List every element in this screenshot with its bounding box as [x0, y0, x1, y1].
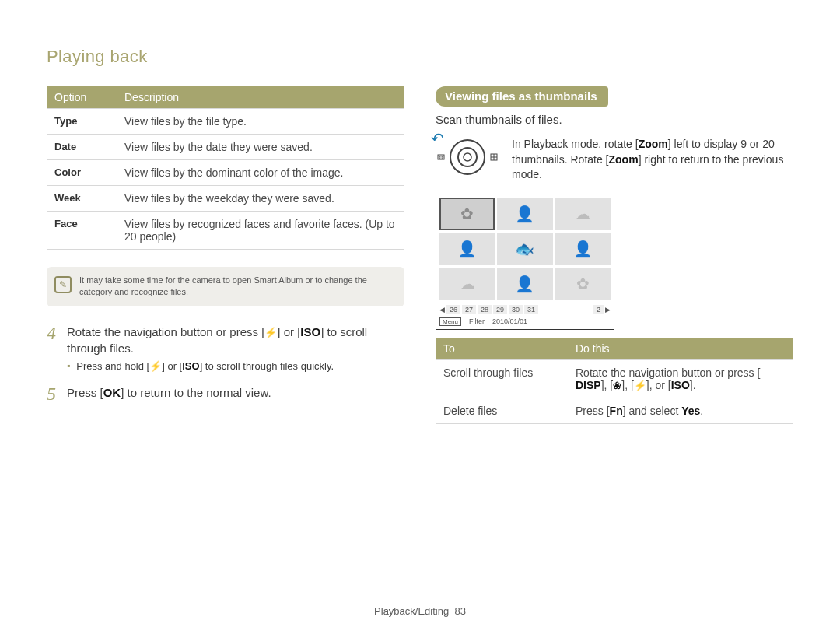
- disp-key: DISP: [576, 379, 601, 391]
- step-text: ] to return to the normal view.: [121, 386, 271, 399]
- do-text: ] and select: [623, 405, 682, 417]
- chevron-left-icon: ◀: [439, 306, 445, 313]
- chevron-right-icon: ▶: [605, 306, 611, 313]
- footer-page: 83: [454, 605, 465, 617]
- thumbnail: ☁: [555, 198, 611, 230]
- do-text: ], [: [601, 379, 614, 391]
- section-pill: Viewing files as thumbnails: [436, 86, 608, 107]
- do-text: ].: [690, 379, 696, 391]
- option-cell: Type: [47, 109, 117, 135]
- action-table: To Do this Scroll through files Rotate t…: [436, 338, 793, 424]
- do-text: ], [: [621, 379, 634, 391]
- thumbnail: 👤: [439, 233, 495, 265]
- svg-point-1: [458, 148, 477, 166]
- step-5: 5 Press [OK] to return to the normal vie…: [47, 384, 404, 403]
- filmstrip-cell: 2: [593, 305, 604, 314]
- substep-text: ] to scroll through files quickly.: [200, 360, 334, 372]
- thumbnail: ☁: [439, 268, 495, 300]
- do-text: Press [: [576, 405, 610, 417]
- substep-text: ] or [: [162, 360, 182, 372]
- thumbnail: 👤: [555, 233, 611, 265]
- table-row: Delete files Press [Fn] and select Yes.: [436, 398, 793, 423]
- step-text: Rotate the navigation button or press [: [67, 325, 264, 338]
- option-cell: Color: [47, 160, 117, 186]
- ok-key: OK: [103, 384, 121, 401]
- to-cell: Delete files: [436, 398, 568, 423]
- table-row: Face View files by recognized faces and …: [47, 212, 404, 250]
- iso-key: ISO: [300, 324, 320, 340]
- option-cell: Week: [47, 186, 117, 212]
- rotate-arrow-icon: ↶: [431, 129, 444, 148]
- footer-section: Playback/Editing: [374, 605, 449, 617]
- action-th-do: Do this: [568, 338, 793, 360]
- step-text: ] or [: [277, 325, 300, 338]
- menu-chip: Menu: [439, 317, 461, 326]
- filmstrip-cell: 26: [446, 305, 460, 314]
- note-icon: ✎: [54, 276, 72, 293]
- flash-icon: ⚡: [149, 359, 162, 373]
- svg-point-2: [464, 153, 471, 161]
- zoom-dial-icon: [436, 137, 499, 177]
- thumbnail-preview: ✿ 👤 ☁ 👤 🐟 👤 ☁ 👤 ✿ ◀ 26 27 28 29 30: [436, 194, 614, 330]
- left-column: Option Description Type View files by th…: [47, 86, 404, 424]
- fn-key: Fn: [610, 405, 623, 417]
- page-footer: Playback/Editing 83: [0, 605, 840, 617]
- table-row: Date View files by the date they were sa…: [47, 135, 404, 160]
- preview-date: 2010/01/01: [492, 317, 527, 325]
- dial-instruction: ↶: [436, 137, 793, 183]
- zoom-key: Zoom: [639, 138, 668, 150]
- do-text: ], or [: [646, 379, 671, 391]
- filmstrip-cell: 28: [478, 305, 492, 314]
- svg-rect-3: [438, 155, 444, 159]
- right-column: Viewing files as thumbnails Scan thumbna…: [436, 86, 793, 424]
- desc-cell: View files by recognized faces and favor…: [117, 212, 404, 250]
- step-text: Press [: [67, 386, 103, 399]
- table-row: Week View files by the weekday they were…: [47, 186, 404, 212]
- page-section-title: Playing back: [47, 47, 793, 67]
- note-box: ✎ It may take some time for the camera t…: [47, 267, 404, 306]
- action-th-to: To: [436, 338, 568, 360]
- preview-footer: Menu Filter 2010/01/01: [439, 317, 611, 326]
- svg-rect-7: [442, 158, 443, 159]
- do-text: .: [700, 405, 703, 417]
- title-rule: [47, 72, 793, 72]
- to-cell: Scroll through files: [436, 359, 568, 398]
- svg-point-0: [450, 140, 485, 174]
- filmstrip-cell: 29: [493, 305, 507, 314]
- do-cell: Press [Fn] and select Yes.: [568, 398, 793, 423]
- section-sub: Scan thumbnails of files.: [436, 113, 793, 126]
- step-number: 5: [47, 384, 59, 403]
- step-sub: ▪ Press and hold [⚡] or [ISO] to scroll …: [67, 359, 404, 373]
- filmstrip: ◀ 26 27 28 29 30 31 2 ▶: [439, 305, 611, 314]
- option-th-option: Option: [47, 86, 117, 109]
- flash-icon: ⚡: [634, 380, 646, 391]
- desc-cell: View files by the file type.: [117, 109, 404, 135]
- option-cell: Date: [47, 135, 117, 160]
- thumbnail: 👤: [497, 198, 552, 230]
- thumbnail: 🐟: [497, 233, 552, 265]
- filmstrip-cell: 30: [509, 305, 523, 314]
- yes-label: Yes: [681, 405, 700, 417]
- desc-cell: View files by the weekday they were save…: [117, 186, 404, 212]
- thumbnail-selected: ✿: [439, 198, 495, 230]
- filmstrip-cell: 31: [524, 305, 538, 314]
- table-row: Color View files by the dominant color o…: [47, 160, 404, 186]
- iso-key: ISO: [182, 359, 199, 373]
- desc-cell: View files by the date they were saved.: [117, 135, 404, 160]
- svg-rect-6: [439, 158, 441, 159]
- step-number: 4: [47, 324, 59, 342]
- option-cell: Face: [47, 212, 117, 250]
- svg-rect-4: [439, 156, 441, 157]
- filmstrip-cell: 27: [462, 305, 476, 314]
- flash-icon: ⚡: [264, 326, 277, 340]
- zoom-key: Zoom: [609, 153, 639, 166]
- table-row: Type View files by the file type.: [47, 109, 404, 135]
- macro-icon: ❀: [613, 380, 621, 391]
- iso-key: ISO: [671, 379, 690, 391]
- thumbnail: ✿: [555, 268, 611, 300]
- svg-rect-5: [442, 156, 443, 157]
- step-4: 4 Rotate the navigation button or press …: [47, 324, 404, 373]
- bullet-icon: ▪: [67, 359, 70, 373]
- do-text: Rotate the navigation button or press [: [576, 366, 760, 379]
- thumbnail: 👤: [497, 268, 552, 300]
